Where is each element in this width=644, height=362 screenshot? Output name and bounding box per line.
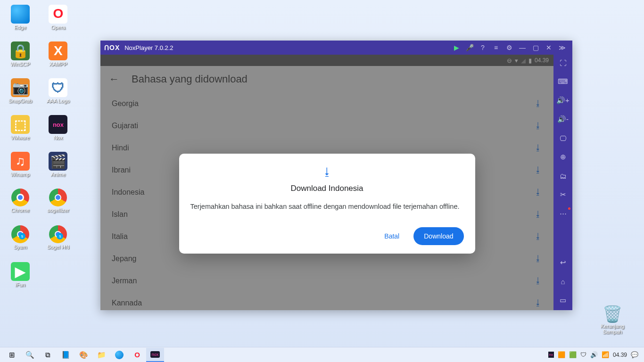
tray-clock[interactable]: 04.39 — [613, 352, 627, 358]
start-button[interactable]: ⊞ — [3, 348, 21, 362]
desktop-label: SnapGrab — [8, 98, 32, 104]
desktop-icon-aaalogo[interactable]: 🛡AAA Logo — [40, 76, 76, 113]
desktop-label: sogellizer — [47, 207, 69, 213]
download-dialog: ⭳ Download Indonesia Terjemahkan bahasa … — [179, 154, 475, 254]
desktop-icon-winamp[interactable]: ♫Winamp — [2, 149, 38, 186]
taskbar-edge[interactable] — [110, 348, 128, 362]
settings-icon[interactable]: ⚙ — [503, 41, 516, 54]
tray-app-icon[interactable]: 🟩 — [569, 351, 577, 358]
taskbar-opera[interactable]: O — [128, 348, 146, 362]
system-tray: nx 🟧 🟩 🛡 🔊 📶 04.39 💬 — [548, 351, 641, 358]
file-explorer-button[interactable]: 📁 — [92, 348, 110, 362]
fullscreen-icon[interactable]: ⛶ — [556, 58, 570, 68]
desktop-label: VMware — [11, 135, 30, 140]
home-icon[interactable]: ⌂ — [556, 276, 570, 287]
nox-title: NoxPlayer 7.0.2.2 — [124, 44, 173, 51]
task-view-button[interactable]: ⧉ — [39, 348, 57, 362]
desktop-label: Sogel HN — [47, 244, 69, 250]
tray-wifi-icon[interactable]: 📶 — [602, 351, 609, 358]
maximize-icon[interactable]: ▢ — [529, 41, 542, 54]
desktop-icon-sogelhn[interactable]: sSogel HN — [40, 223, 76, 260]
back-icon[interactable]: ↩ — [556, 257, 570, 268]
more-icon[interactable]: ⋯ — [556, 208, 570, 219]
desktop-icon-xampp[interactable]: XXAMPP — [40, 39, 76, 76]
scissors-icon[interactable]: ✂ — [556, 189, 570, 200]
desktop-label: Opera — [51, 25, 66, 30]
nox-sidebar: ⛶ ⌨ 🔊+ 🔊- 🖵 ⊕ 🗂 ✂ ⋯ ↩ ⌂ ▭ — [553, 55, 572, 310]
dialog-title: Download Indonesia — [190, 184, 464, 193]
desktop-icon-chrome[interactable]: Chrome — [2, 186, 38, 223]
desktop-label: Anime — [51, 172, 66, 177]
desktop-icon-nox[interactable]: noxNox — [40, 113, 76, 149]
desktop-icon-ifun[interactable]: ▶iFun — [2, 260, 38, 296]
recycle-bin[interactable]: 🗑️ Keranjang Sampah — [594, 304, 631, 335]
tray-nox-icon[interactable]: nx — [548, 352, 554, 358]
desktop-icon-opera[interactable]: Opera — [40, 2, 76, 39]
taskbar-app[interactable]: 🎨 — [74, 348, 92, 362]
nox-content: ⊖ ▾ ◢ ▮ 04.39 ← Bahasa yang didownload G… — [100, 55, 553, 310]
file-manager-icon[interactable]: 🗂 — [556, 171, 570, 181]
desktop-label: WinSCP — [10, 61, 30, 67]
collapse-sidebar-icon[interactable]: ≫ — [555, 41, 569, 54]
play-store-icon[interactable]: ▶ — [450, 41, 463, 54]
desktop-label: iFun — [15, 282, 25, 288]
desktop-label: Chrome — [11, 207, 29, 213]
microphone-icon[interactable]: 🎤 — [463, 41, 476, 54]
desktop-label: XAMPP — [49, 61, 67, 67]
tray-notifications-icon[interactable]: 💬 — [631, 351, 638, 358]
taskbar[interactable]: ⊞ 🔍 ⧉ 📘 🎨 📁 O nox nx 🟧 🟩 🛡 🔊 📶 04.39 💬 — [0, 347, 644, 362]
desktop-icon-sogellizer[interactable]: sogellizer — [40, 186, 76, 223]
taskbar-nox[interactable]: nox — [146, 348, 164, 362]
keyboard-icon[interactable]: ⌨ — [556, 76, 570, 87]
dialog-message: Terjemahkan bahasa ini bahkan saat offli… — [190, 203, 464, 210]
desktop-icon-vmware[interactable]: ⬚VMware — [2, 113, 38, 149]
volume-down-icon[interactable]: 🔊- — [556, 114, 570, 124]
recycle-bin-label: Keranjang Sampah — [594, 323, 631, 335]
search-button[interactable]: 🔍 — [21, 348, 39, 362]
screenshot-icon[interactable]: 🖵 — [556, 133, 570, 143]
install-apk-icon[interactable]: ⊕ — [556, 152, 570, 162]
cancel-button[interactable]: Batal — [376, 228, 408, 245]
tray-volume-icon[interactable]: 🔊 — [590, 351, 598, 358]
dialog-actions: Batal Download — [190, 227, 464, 245]
desktop-icon-winscp[interactable]: 🔒WinSCP — [2, 39, 38, 76]
download-button[interactable]: Download — [413, 227, 463, 245]
nox-window: ᑎOX NoxPlayer 7.0.2.2 ▶ 🎤 ? ≡ ⚙ — ▢ ✕ ≫ … — [100, 41, 572, 310]
menu-icon[interactable]: ≡ — [489, 41, 503, 54]
recents-icon[interactable]: ▭ — [556, 295, 570, 305]
android-screen: ⊖ ▾ ◢ ▮ 04.39 ← Bahasa yang didownload G… — [100, 55, 553, 310]
tray-security-icon[interactable]: 🛡 — [580, 351, 586, 358]
desktop-label: AAA Logo — [47, 98, 70, 104]
tray-app-icon[interactable]: 🟧 — [558, 351, 565, 358]
desktop-icon-snapgrab[interactable]: 📷SnapGrab — [2, 76, 38, 113]
desktop: Edge 🔒WinSCP 📷SnapGrab ⬚VMware ♫Winamp C… — [2, 2, 76, 296]
desktop-label: Nox — [54, 135, 63, 140]
nox-titlebar[interactable]: ᑎOX NoxPlayer 7.0.2.2 ▶ 🎤 ? ≡ ⚙ — ▢ ✕ ≫ — [100, 41, 572, 55]
volume-up-icon[interactable]: 🔊+ — [556, 95, 570, 106]
desktop-icon-anime[interactable]: 🎬Anime — [40, 149, 76, 186]
minimize-icon[interactable]: — — [516, 41, 529, 54]
download-icon: ⭳ — [190, 166, 464, 178]
taskbar-app[interactable]: 📘 — [57, 348, 74, 362]
nox-logo: ᑎOX — [104, 44, 120, 51]
desktop-label: Syam — [14, 244, 27, 250]
help-icon[interactable]: ? — [476, 41, 489, 54]
desktop-label: Winamp — [11, 172, 30, 177]
desktop-icon-syam[interactable]: sSyam — [2, 223, 38, 260]
recycle-bin-icon: 🗑️ — [603, 304, 622, 323]
desktop-label: Edge — [14, 25, 26, 30]
desktop-icon-edge[interactable]: Edge — [2, 2, 38, 39]
close-icon[interactable]: ✕ — [542, 41, 555, 54]
